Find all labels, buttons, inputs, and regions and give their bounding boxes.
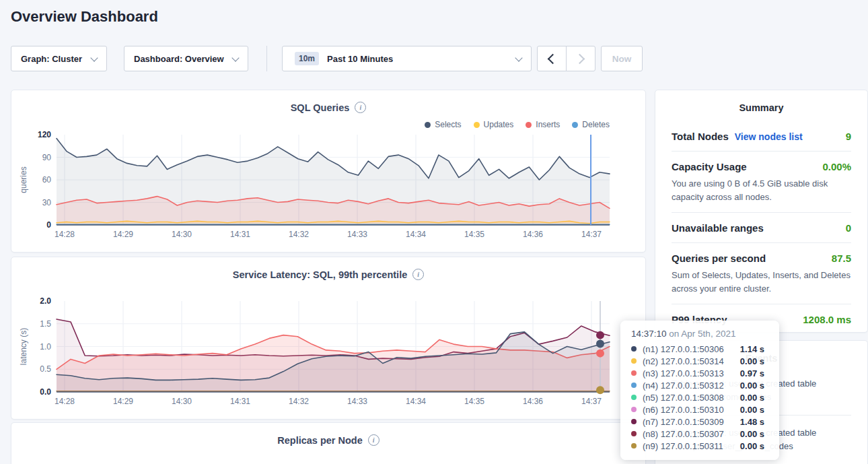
tooltip-row: (n9) 127.0.0.1:503110.00 s [631, 440, 768, 452]
node-dot-icon [631, 419, 637, 424]
replicas-title-text: Replicas per Node [277, 435, 363, 446]
node-latency: 0.00 s [740, 393, 764, 403]
summary-row-total-nodes: Total Nodes View nodes list 9 [672, 121, 851, 151]
node-dot-icon [631, 346, 637, 352]
summary-row-qps: Queries per second 87.5 Sum of Selects, … [672, 242, 851, 304]
summary-label: Total Nodes [672, 131, 729, 142]
node-name: (n1) 127.0.0.1:50306 [643, 344, 724, 354]
svg-text:14:28: 14:28 [55, 230, 75, 239]
summary-value: 9 [846, 131, 851, 142]
svg-text:14:37: 14:37 [581, 397, 602, 406]
svg-text:14:36: 14:36 [523, 397, 543, 406]
time-next-button[interactable] [566, 46, 595, 71]
tooltip-date: on Apr 5th, 2021 [669, 329, 735, 339]
node-dot-icon [631, 383, 637, 388]
node-name: (n3) 127.0.0.1:50313 [643, 368, 724, 378]
node-name: (n8) 127.0.0.1:50307 [643, 429, 724, 439]
replicas-per-node-card: Replicas per Node i [11, 422, 646, 464]
sql-queries-chart[interactable]: 14:2814:2914:3014:3114:3214:3314:3414:35… [11, 90, 645, 252]
service-latency-chart[interactable]: 14:2814:2914:3014:3114:3214:3314:3414:35… [11, 257, 645, 419]
node-dot-icon [631, 358, 637, 364]
svg-text:14:35: 14:35 [464, 397, 484, 406]
svg-text:30: 30 [42, 198, 52, 207]
svg-text:0.0: 0.0 [40, 387, 51, 397]
now-button[interactable]: Now [601, 46, 643, 71]
sql-queries-card: SQL Queries i Selects Updates Inserts De… [11, 90, 646, 253]
graph-dropdown[interactable]: Graph: Cluster [11, 46, 107, 71]
svg-text:14:33: 14:33 [347, 397, 367, 406]
tooltip-row: (n2) 127.0.0.1:503140.00 s [631, 355, 768, 367]
node-latency: 1.48 s [740, 417, 764, 427]
toolbar-divider [266, 46, 267, 71]
time-range-label: Past 10 Minutes [327, 54, 393, 64]
view-nodes-list-link[interactable]: View nodes list [735, 131, 803, 142]
summary-title: Summary [655, 90, 867, 113]
summary-row-unavailable: Unavailable ranges 0 [672, 212, 851, 242]
svg-text:14:28: 14:28 [55, 397, 75, 406]
svg-text:120: 120 [38, 130, 51, 139]
node-dot-icon [631, 443, 637, 449]
node-dot-icon [631, 431, 637, 436]
node-latency: 0.00 s [740, 441, 764, 451]
tooltip-row: (n8) 127.0.0.1:503070.00 s [631, 428, 768, 440]
node-name: (n4) 127.0.0.1:50312 [643, 380, 724, 391]
page-title: Overview Dashboard [11, 8, 158, 26]
svg-text:14:36: 14:36 [523, 230, 543, 239]
chart-hover-tooltip: 14:37:10 on Apr 5th, 2021 (n1) 127.0.0.1… [620, 321, 779, 460]
time-range-dropdown[interactable]: 10m Past 10 Minutes [282, 46, 532, 71]
svg-text:14:37: 14:37 [581, 230, 602, 239]
svg-text:14:34: 14:34 [406, 397, 426, 406]
svg-text:latency (s): latency (s) [19, 328, 28, 365]
tooltip-row: (n1) 127.0.0.1:503061.14 s [631, 343, 768, 355]
svg-text:1.5: 1.5 [40, 319, 51, 329]
service-latency-card: Service Latency: SQL, 99th percentile i … [11, 257, 646, 420]
svg-text:0: 0 [46, 220, 51, 230]
tooltip-row: (n3) 127.0.0.1:503130.97 s [631, 367, 768, 379]
replicas-title: Replicas per Node i [11, 423, 645, 446]
svg-text:14:29: 14:29 [113, 397, 133, 406]
tooltip-timestamp: 14:37:10 on Apr 5th, 2021 [631, 329, 768, 339]
node-latency: 0.00 s [740, 405, 764, 415]
node-dot-icon [631, 407, 637, 412]
node-latency: 0.00 s [740, 356, 764, 366]
summary-value: 0.00% [822, 161, 851, 172]
svg-text:14:31: 14:31 [230, 397, 250, 406]
svg-text:14:29: 14:29 [113, 230, 133, 239]
summary-label: Capacity Usage [672, 161, 747, 172]
node-dot-icon [631, 370, 637, 376]
tooltip-time: 14:37:10 [631, 329, 667, 339]
dashboard-dropdown[interactable]: Dashboard: Overview [124, 46, 248, 71]
summary-row-capacity: Capacity Usage 0.00% You are using 0 B o… [672, 151, 851, 212]
svg-text:14:30: 14:30 [172, 230, 192, 239]
chevron-left-icon [548, 53, 558, 64]
node-name: (n6) 127.0.0.1:50310 [643, 405, 724, 415]
summary-label: Queries per second [672, 253, 766, 264]
node-name: (n9) 127.0.0.1:50311 [643, 441, 723, 451]
node-dot-icon [631, 395, 637, 400]
tooltip-row: (n5) 127.0.0.1:503080.00 s [631, 391, 768, 403]
svg-text:14:35: 14:35 [464, 230, 484, 239]
node-latency: 0.97 s [740, 368, 764, 378]
svg-text:1.0: 1.0 [40, 342, 51, 352]
info-icon[interactable]: i [368, 434, 379, 446]
summary-value: 87.5 [832, 253, 851, 264]
node-name: (n5) 127.0.0.1:50308 [643, 393, 724, 403]
time-range-badge: 10m [295, 52, 319, 65]
summary-value: 1208.0 ms [803, 314, 851, 325]
summary-description: Sum of Selects, Updates, Inserts, and De… [672, 269, 851, 295]
svg-text:queries: queries [19, 166, 28, 193]
graph-dropdown-label: Graph: Cluster [21, 54, 82, 64]
summary-label: Unavailable ranges [672, 222, 764, 234]
summary-value: 0 [846, 222, 851, 234]
svg-text:90: 90 [42, 153, 52, 162]
node-name: (n7) 127.0.0.1:50309 [643, 417, 724, 427]
chevron-down-icon [90, 54, 98, 61]
tooltip-row: (n6) 127.0.0.1:503100.00 s [631, 403, 768, 416]
tooltip-row: (n7) 127.0.0.1:503091.48 s [631, 416, 768, 428]
summary-description: You are using 0 B of 4.5 GiB usable disk… [672, 177, 851, 203]
node-latency: 0.00 s [740, 429, 764, 439]
svg-text:14:32: 14:32 [289, 230, 309, 239]
svg-text:14:33: 14:33 [347, 230, 367, 239]
svg-text:60: 60 [42, 175, 52, 185]
time-prev-button[interactable] [537, 46, 567, 71]
